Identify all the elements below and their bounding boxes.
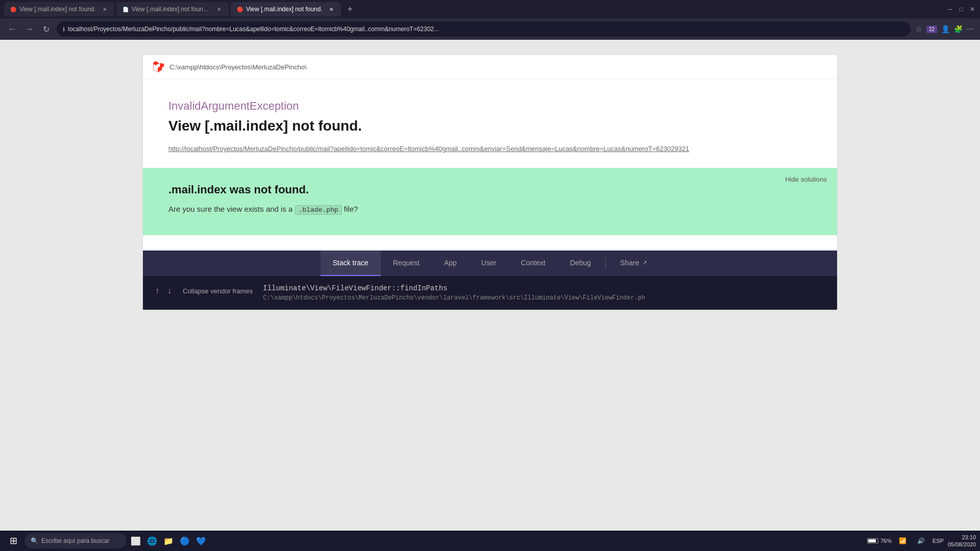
hide-solutions-button[interactable]: Hide solutions [785,176,827,183]
debug-tabs: Stack trace Request App User Context Deb… [143,251,837,276]
tab-debug-label: Debug [570,259,591,267]
exception-url[interactable]: http://localhost/Proyectos/MerluzaDePinc… [168,145,689,153]
menu-button[interactable]: ⋯ [967,25,974,33]
solution-body-after: file? [342,205,358,213]
solution-title: .mail.index was not found. [168,183,812,196]
address-box[interactable]: ℹ localhost/Proyectos/MerluzaDePincho/pu… [57,21,911,37]
solution-body-before: Are you sure the view exists and is a [168,205,295,213]
error-header: C:\xampp\htdocs\Proyectos\MerluzaDePinch… [143,55,837,79]
tab-app[interactable]: App [432,251,469,276]
tab2-label: View [.mail.index] not found. - St... [132,6,210,13]
tab2-favicon: 📄 [122,7,129,12]
tab3-label: View [.mail.index] not found. [246,6,323,13]
tab-stack-trace-label: Stack trace [333,259,369,267]
close-button[interactable]: ✕ [969,6,976,13]
minimize-button[interactable]: ─ [946,6,953,13]
exception-section: InvalidArgumentException View [.mail.ind… [143,79,837,168]
tab1-favicon: 🔴 [10,7,16,12]
solution-box: Hide solutions .mail.index was not found… [143,168,837,235]
tab-request-label: Request [393,259,420,267]
stack-down-button[interactable]: ↓ [165,284,174,297]
share-icon: ↗ [642,259,647,266]
reload-button[interactable]: ↻ [41,22,52,36]
exception-message: View [.mail.index] not found. [168,118,812,134]
stack-entry-title: Illuminate\View\FileViewFinder::findInPa… [263,284,827,292]
extension-button[interactable]: 22 [926,26,937,33]
address-url: localhost/Proyectos/MerluzaDePincho/publ… [68,26,439,33]
tab-debug[interactable]: Debug [558,251,603,276]
profile-icon[interactable]: 👤 [941,25,950,33]
stack-nav: ↑ ↓ Collapse vendor frames [153,284,253,297]
stack-content: Illuminate\View\FileViewFinder::findInPa… [263,284,827,302]
solution-body: Are you sure the view exists and is a .b… [168,205,812,215]
tab-stack-trace[interactable]: Stack trace [321,251,381,276]
tab-request[interactable]: Request [381,251,432,276]
browser-actions: ☆ 22 👤 🧩 ⋯ [916,25,974,33]
tab-2[interactable]: 📄 View [.mail.index] not found. - St... … [116,2,229,16]
debug-panel: Stack trace Request App User Context Deb… [143,251,837,310]
maximize-button[interactable]: □ [958,6,965,13]
header-path: C:\xampp\htdocs\Proyectos\MerluzaDePinch… [169,63,307,71]
tab3-favicon: 🔴 [237,7,243,12]
tab2-close[interactable]: ✕ [215,6,223,13]
stack-entry-path: C:\xampp\htdocs\Proyectos\MerluzaDePinch… [263,294,827,302]
tab-3[interactable]: 🔴 View [.mail.index] not found. ✕ [231,2,341,16]
laravel-logo [153,61,164,72]
tab-user-label: User [481,259,497,267]
star-icon[interactable]: ☆ [916,25,922,33]
address-lock-icon: ℹ [63,26,65,33]
error-card: C:\xampp\htdocs\Proyectos\MerluzaDePinch… [143,55,837,310]
tab3-close[interactable]: ✕ [328,6,335,13]
tab-app-label: App [444,259,457,267]
tab1-label: View [.mail.index] not found. [19,6,96,13]
extensions-icon[interactable]: 🧩 [954,25,963,33]
browser-addressbar: ← → ↻ ℹ localhost/Proyectos/MerluzaDePin… [0,18,980,40]
solution-code: .blade.php [295,205,342,215]
page-wrapper: C:\xampp\htdocs\Proyectos\MerluzaDePinch… [0,40,980,531]
tab-share-label: Share [620,259,639,267]
forward-button[interactable]: → [23,22,36,36]
window-controls: ─ □ ✕ [946,6,976,13]
back-button[interactable]: ← [6,22,18,36]
new-tab-button[interactable]: + [343,2,357,16]
browser-titlebar: 🔴 View [.mail.index] not found. ✕ 📄 View… [0,0,980,18]
tab-context-label: Context [521,259,545,267]
exception-type: InvalidArgumentException [168,99,812,113]
tab-1[interactable]: 🔴 View [.mail.index] not found. ✕ [4,2,114,16]
tab1-close[interactable]: ✕ [101,6,108,13]
collapse-vendor-button[interactable]: Collapse vendor frames [183,287,253,295]
stack-up-button[interactable]: ↑ [153,284,161,297]
tab-separator [605,257,606,269]
tab-context[interactable]: Context [508,251,557,276]
tab-share[interactable]: Share ↗ [608,251,659,276]
tab-user[interactable]: User [469,251,509,276]
stack-area: ↑ ↓ Collapse vendor frames Illuminate\Vi… [143,276,837,310]
